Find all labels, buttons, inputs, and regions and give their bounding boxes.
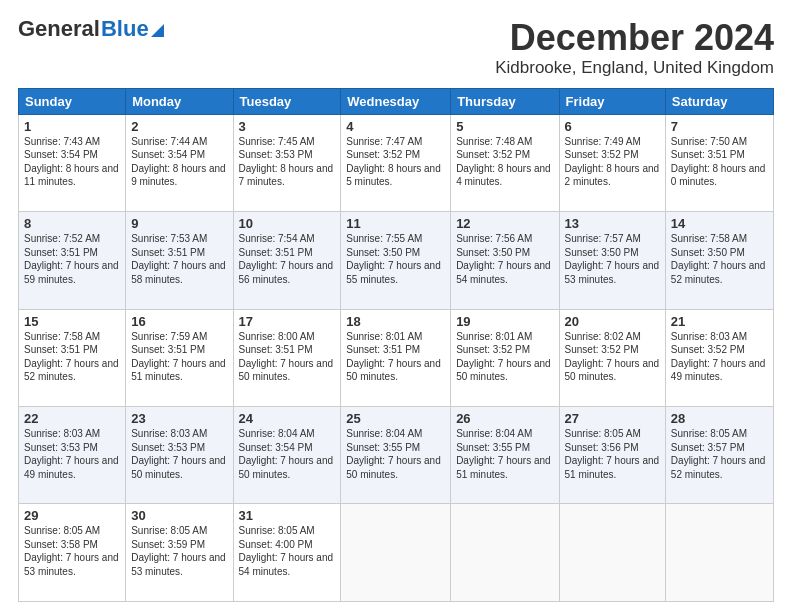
days-of-week-row: SundayMondayTuesdayWednesdayThursdayFrid… [19,88,774,114]
day-info: Sunrise: 7:50 AMSunset: 3:51 PMDaylight:… [671,135,768,189]
calendar-cell: 22Sunrise: 8:03 AMSunset: 3:53 PMDayligh… [19,407,126,504]
day-number: 21 [671,314,768,329]
day-number: 14 [671,216,768,231]
day-of-week-wednesday: Wednesday [341,88,451,114]
day-number: 18 [346,314,445,329]
logo-blue-text: Blue [101,18,149,40]
day-info: Sunrise: 8:05 AMSunset: 4:00 PMDaylight:… [239,524,336,578]
day-info: Sunrise: 8:05 AMSunset: 3:56 PMDaylight:… [565,427,660,481]
day-info: Sunrise: 7:43 AMSunset: 3:54 PMDaylight:… [24,135,120,189]
day-number: 12 [456,216,553,231]
calendar-cell: 31Sunrise: 8:05 AMSunset: 4:00 PMDayligh… [233,504,341,602]
calendar-cell [451,504,559,602]
calendar-cell: 30Sunrise: 8:05 AMSunset: 3:59 PMDayligh… [126,504,233,602]
calendar-cell: 1Sunrise: 7:43 AMSunset: 3:54 PMDaylight… [19,114,126,211]
calendar-cell: 4Sunrise: 7:47 AMSunset: 3:52 PMDaylight… [341,114,451,211]
calendar-cell: 15Sunrise: 7:58 AMSunset: 3:51 PMDayligh… [19,309,126,406]
logo: General Blue [18,18,164,40]
day-info: Sunrise: 8:03 AMSunset: 3:53 PMDaylight:… [24,427,120,481]
day-info: Sunrise: 8:04 AMSunset: 3:54 PMDaylight:… [239,427,336,481]
calendar-cell: 21Sunrise: 8:03 AMSunset: 3:52 PMDayligh… [665,309,773,406]
calendar-cell: 3Sunrise: 7:45 AMSunset: 3:53 PMDaylight… [233,114,341,211]
day-info: Sunrise: 7:54 AMSunset: 3:51 PMDaylight:… [239,232,336,286]
calendar-cell: 13Sunrise: 7:57 AMSunset: 3:50 PMDayligh… [559,212,665,309]
main-title: December 2024 [495,18,774,58]
calendar-cell: 9Sunrise: 7:53 AMSunset: 3:51 PMDaylight… [126,212,233,309]
day-info: Sunrise: 7:55 AMSunset: 3:50 PMDaylight:… [346,232,445,286]
day-number: 11 [346,216,445,231]
calendar-cell: 26Sunrise: 8:04 AMSunset: 3:55 PMDayligh… [451,407,559,504]
header: General Blue December 2024 Kidbrooke, En… [18,18,774,78]
calendar-week-5: 29Sunrise: 8:05 AMSunset: 3:58 PMDayligh… [19,504,774,602]
day-number: 4 [346,119,445,134]
day-info: Sunrise: 8:05 AMSunset: 3:58 PMDaylight:… [24,524,120,578]
calendar-table: SundayMondayTuesdayWednesdayThursdayFrid… [18,88,774,602]
day-number: 22 [24,411,120,426]
day-number: 16 [131,314,227,329]
calendar-cell: 23Sunrise: 8:03 AMSunset: 3:53 PMDayligh… [126,407,233,504]
day-of-week-monday: Monday [126,88,233,114]
day-info: Sunrise: 8:00 AMSunset: 3:51 PMDaylight:… [239,330,336,384]
day-info: Sunrise: 8:04 AMSunset: 3:55 PMDaylight:… [456,427,553,481]
calendar-cell: 6Sunrise: 7:49 AMSunset: 3:52 PMDaylight… [559,114,665,211]
day-number: 27 [565,411,660,426]
calendar-cell: 24Sunrise: 8:04 AMSunset: 3:54 PMDayligh… [233,407,341,504]
day-number: 20 [565,314,660,329]
day-info: Sunrise: 8:04 AMSunset: 3:55 PMDaylight:… [346,427,445,481]
logo-triangle-icon [151,24,164,37]
day-info: Sunrise: 7:45 AMSunset: 3:53 PMDaylight:… [239,135,336,189]
day-info: Sunrise: 7:58 AMSunset: 3:50 PMDaylight:… [671,232,768,286]
day-number: 31 [239,508,336,523]
page: General Blue December 2024 Kidbrooke, En… [0,0,792,612]
day-info: Sunrise: 7:48 AMSunset: 3:52 PMDaylight:… [456,135,553,189]
title-area: December 2024 Kidbrooke, England, United… [495,18,774,78]
calendar-cell: 12Sunrise: 7:56 AMSunset: 3:50 PMDayligh… [451,212,559,309]
day-number: 1 [24,119,120,134]
day-number: 7 [671,119,768,134]
day-info: Sunrise: 8:05 AMSunset: 3:57 PMDaylight:… [671,427,768,481]
day-number: 10 [239,216,336,231]
day-number: 19 [456,314,553,329]
day-info: Sunrise: 7:57 AMSunset: 3:50 PMDaylight:… [565,232,660,286]
calendar-cell: 8Sunrise: 7:52 AMSunset: 3:51 PMDaylight… [19,212,126,309]
day-number: 17 [239,314,336,329]
day-info: Sunrise: 8:05 AMSunset: 3:59 PMDaylight:… [131,524,227,578]
day-number: 2 [131,119,227,134]
day-info: Sunrise: 8:03 AMSunset: 3:53 PMDaylight:… [131,427,227,481]
day-info: Sunrise: 8:03 AMSunset: 3:52 PMDaylight:… [671,330,768,384]
calendar-week-2: 8Sunrise: 7:52 AMSunset: 3:51 PMDaylight… [19,212,774,309]
day-info: Sunrise: 8:01 AMSunset: 3:51 PMDaylight:… [346,330,445,384]
day-info: Sunrise: 7:53 AMSunset: 3:51 PMDaylight:… [131,232,227,286]
day-number: 28 [671,411,768,426]
subtitle: Kidbrooke, England, United Kingdom [495,58,774,78]
calendar-cell: 25Sunrise: 8:04 AMSunset: 3:55 PMDayligh… [341,407,451,504]
day-number: 13 [565,216,660,231]
day-number: 5 [456,119,553,134]
day-number: 30 [131,508,227,523]
calendar-cell: 5Sunrise: 7:48 AMSunset: 3:52 PMDaylight… [451,114,559,211]
day-of-week-friday: Friday [559,88,665,114]
calendar-cell: 10Sunrise: 7:54 AMSunset: 3:51 PMDayligh… [233,212,341,309]
day-of-week-tuesday: Tuesday [233,88,341,114]
day-number: 25 [346,411,445,426]
logo-general: General [18,18,100,40]
calendar-week-1: 1Sunrise: 7:43 AMSunset: 3:54 PMDaylight… [19,114,774,211]
day-info: Sunrise: 8:02 AMSunset: 3:52 PMDaylight:… [565,330,660,384]
calendar-week-4: 22Sunrise: 8:03 AMSunset: 3:53 PMDayligh… [19,407,774,504]
calendar-cell: 7Sunrise: 7:50 AMSunset: 3:51 PMDaylight… [665,114,773,211]
calendar-cell: 14Sunrise: 7:58 AMSunset: 3:50 PMDayligh… [665,212,773,309]
day-of-week-thursday: Thursday [451,88,559,114]
calendar-cell [665,504,773,602]
day-info: Sunrise: 7:44 AMSunset: 3:54 PMDaylight:… [131,135,227,189]
calendar-cell: 17Sunrise: 8:00 AMSunset: 3:51 PMDayligh… [233,309,341,406]
day-of-week-sunday: Sunday [19,88,126,114]
day-number: 24 [239,411,336,426]
day-info: Sunrise: 7:59 AMSunset: 3:51 PMDaylight:… [131,330,227,384]
day-info: Sunrise: 7:49 AMSunset: 3:52 PMDaylight:… [565,135,660,189]
calendar-cell [341,504,451,602]
day-number: 3 [239,119,336,134]
calendar-body: 1Sunrise: 7:43 AMSunset: 3:54 PMDaylight… [19,114,774,601]
day-info: Sunrise: 7:52 AMSunset: 3:51 PMDaylight:… [24,232,120,286]
day-number: 26 [456,411,553,426]
day-number: 6 [565,119,660,134]
